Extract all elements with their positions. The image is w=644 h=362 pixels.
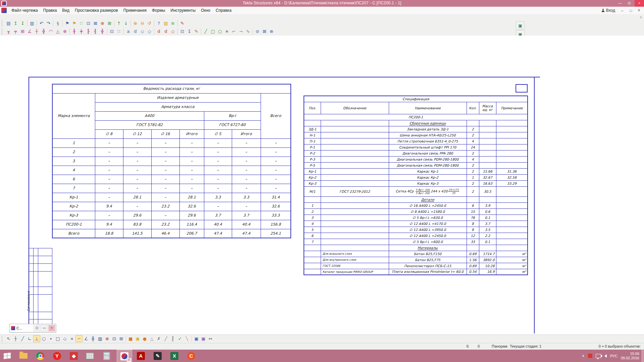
level-down-icon[interactable]: ↓: [122, 20, 129, 27]
snap-x-toggle[interactable]: ×: [68, 335, 75, 342]
dim-box-icon[interactable]: ⊞: [19, 28, 26, 35]
mini-close-button[interactable]: ×: [48, 325, 55, 331]
copy-drawing-icon[interactable]: ▤: [5, 20, 12, 27]
rectangle-tool-icon[interactable]: □: [209, 28, 216, 35]
erase-object-icon[interactable]: ⊗: [268, 28, 275, 35]
menu-item-5[interactable]: Примечания: [121, 7, 149, 14]
dim-mark-5-icon[interactable]: ╬: [99, 28, 106, 35]
snap-frame-toggle[interactable]: ⊡: [111, 335, 118, 342]
toolbar-drag-handle[interactable]: [2, 20, 4, 26]
calculator-icon[interactable]: [99, 350, 114, 362]
report-list-icon[interactable]: ≡: [169, 20, 176, 27]
open-drawing-up-icon[interactable]: ↥: [12, 20, 19, 27]
print-icon[interactable]: ▥: [29, 20, 36, 27]
mini-restore-button[interactable]: ⊡: [34, 325, 40, 331]
start-button[interactable]: [0, 350, 15, 362]
excel-icon[interactable]: X: [167, 350, 182, 362]
flag-blue-icon[interactable]: ⚑: [64, 20, 71, 27]
label-d-icon[interactable]: d: [132, 28, 139, 35]
menu-item-8[interactable]: Окно: [198, 7, 213, 14]
drawing-canvas[interactable]: Ведомость расхода стали, кг Марка элемен…: [0, 36, 644, 335]
login-area[interactable]: Вход: [601, 7, 615, 14]
context-help-icon[interactable]: ?: [155, 20, 162, 27]
zoom-in-icon[interactable]: ⊕: [132, 20, 139, 27]
snap-free-icon[interactable]: ■: [127, 335, 134, 342]
save-drawing-icon[interactable]: ↧: [19, 20, 26, 27]
snap-corner-toggle[interactable]: ∟: [26, 335, 33, 342]
dim-cross-icon[interactable]: ┼: [33, 28, 40, 35]
dim-mark-4-icon[interactable]: ╢: [92, 28, 99, 35]
toolbar-overflow-chevron[interactable]: ›: [639, 15, 643, 20]
undo-icon[interactable]: ↶: [38, 20, 45, 27]
erase-view-icon[interactable]: ⊘: [254, 28, 261, 35]
toolbar-drag-handle[interactable]: [2, 336, 4, 342]
drawing-system-icon[interactable]: [1, 8, 7, 13]
snap-perp-toggle[interactable]: ⊥: [33, 335, 40, 342]
interrupt-icon[interactable]: §: [54, 20, 61, 27]
dim-mark-3-icon[interactable]: ╟: [85, 28, 92, 35]
red-app-icon[interactable]: ◆: [66, 350, 81, 362]
snap-midpoint-icon[interactable]: △: [148, 335, 155, 342]
speaker-icon[interactable]: [604, 354, 607, 358]
compass-app-icon[interactable]: C: [184, 350, 199, 362]
show-desktop-button[interactable]: [642, 350, 644, 362]
redo-icon[interactable]: ↷: [45, 20, 52, 27]
view-box-icon[interactable]: ⊡: [85, 20, 92, 27]
network-icon[interactable]: [596, 354, 601, 358]
snap-points-icon[interactable]: ▣: [134, 335, 141, 342]
mdi-close-button[interactable]: ×: [635, 7, 643, 14]
mark-diamond-slash-icon[interactable]: ◇: [146, 28, 153, 35]
steel-consumption-table[interactable]: Ведомость расхода стали, кг Марка элемен…: [52, 84, 291, 238]
pen-icon[interactable]: ✎: [193, 28, 200, 35]
line-tool-icon[interactable]: ╱: [202, 28, 209, 35]
brush-icon[interactable]: ✎: [179, 20, 186, 27]
menu-item-3[interactable]: Вид: [59, 7, 72, 14]
snap-angle-toggle[interactable]: ∠: [83, 335, 90, 342]
select-pointer-toggle[interactable]: ⇖: [5, 335, 12, 342]
snap-extension-icon[interactable]: ╲: [183, 335, 191, 342]
dim-grid-icon[interactable]: ╬: [40, 28, 47, 35]
label-d2-red-icon[interactable]: d: [162, 28, 169, 35]
menu-item-4[interactable]: Простановка размеров: [72, 7, 121, 14]
new-view-icon[interactable]: ⊞: [106, 20, 113, 27]
cloud-tool-icon[interactable]: ∿: [245, 28, 252, 35]
tekla-taskbar-icon[interactable]: 21: [117, 350, 132, 362]
annotation-dots-icon[interactable]: ∷: [115, 28, 122, 35]
points-tool-icon[interactable]: ∗: [223, 28, 230, 35]
circle-tool-icon[interactable]: ○: [216, 28, 223, 35]
dim-triangle-icon[interactable]: △: [54, 28, 61, 35]
minimized-drawing-window[interactable]: С... ⊡ ▭ ×: [9, 324, 56, 333]
label-d-red-icon[interactable]: d: [155, 28, 162, 35]
snap-perpendicular-icon[interactable]: ✓: [176, 335, 183, 342]
flag-yellow-icon[interactable]: ⚑: [71, 20, 78, 27]
restore-button[interactable]: ⊡: [625, 0, 634, 7]
snap-diamond-toggle[interactable]: ◇: [61, 335, 68, 342]
specification-table[interactable]: Спецификация Поз. Обозначение Наименован…: [304, 96, 528, 275]
snap-center-icon[interactable]: ●: [141, 335, 148, 342]
snap-diagonal-toggle[interactable]: ╱: [19, 335, 26, 342]
annotation-box-icon[interactable]: ⊡: [108, 28, 115, 35]
open-folder-icon[interactable]: ▨: [162, 20, 169, 27]
tray-chevron-icon[interactable]: ∧: [582, 354, 585, 358]
dim-arc-icon[interactable]: ◠: [47, 28, 54, 35]
dim-radius-icon[interactable]: ⊕: [61, 28, 68, 35]
snap-circle-toggle[interactable]: ○: [40, 335, 47, 342]
character-map-icon[interactable]: [83, 350, 97, 362]
leader-icon[interactable]: ↧: [186, 28, 193, 35]
dim-angle-icon[interactable]: ∠: [26, 28, 33, 35]
snap-box-toggle[interactable]: □: [54, 335, 61, 342]
clock[interactable]: 15:56 09.02.2016: [621, 352, 639, 360]
file-explorer-icon[interactable]: [16, 350, 31, 362]
menu-item-9[interactable]: Справка: [213, 7, 234, 14]
snap-grid-toggle[interactable]: ╬: [90, 335, 97, 342]
snap-grid-icon[interactable]: ∷: [78, 20, 85, 27]
dim-mark-2-icon[interactable]: ╪: [78, 28, 85, 35]
login-label[interactable]: Вход: [606, 8, 615, 13]
target-icon[interactable]: ⊕: [99, 20, 106, 27]
snap-target-toggle[interactable]: ⊕: [104, 335, 111, 342]
link-box-icon[interactable]: ⊠: [92, 20, 99, 27]
tray-antivirus-icon[interactable]: [588, 354, 592, 358]
mark-diamond-icon[interactable]: ◇: [139, 28, 146, 35]
snap-line-toggle[interactable]: ─: [75, 335, 83, 342]
dim-mark-1-icon[interactable]: ╫: [71, 28, 78, 35]
